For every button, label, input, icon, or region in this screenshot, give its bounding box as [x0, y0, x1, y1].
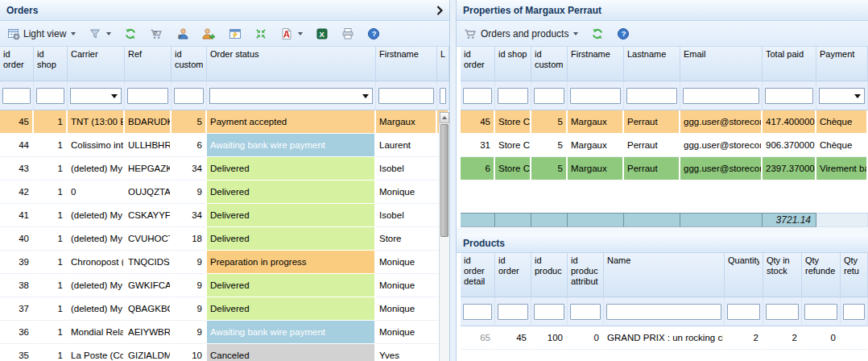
cell-carrier[interactable]: TNT (13:00 E [68, 110, 125, 134]
column-header-name[interactable]: Name [604, 253, 725, 297]
cell-id-order[interactable]: 38 [0, 274, 34, 297]
filter-input-firstname[interactable] [378, 88, 434, 104]
cell-email[interactable]: ggg.user@storecom [680, 157, 763, 180]
cell-email[interactable]: ggg.user@storecom [680, 134, 763, 157]
cell-qty-refunde[interactable]: 0 [802, 326, 841, 350]
cell-id-order[interactable]: 43 [0, 157, 34, 180]
filter-input-id-shop[interactable] [36, 88, 64, 104]
cell-total-paid[interactable]: 906.370000 [763, 134, 816, 157]
cell-firstname[interactable]: Monique [376, 274, 437, 297]
cell-email[interactable]: ggg.user@storecom [680, 110, 763, 134]
filter-input-id-produc[interactable] [534, 304, 564, 320]
cell-id-order[interactable]: 45 [461, 110, 495, 134]
properties-help-button[interactable]: ? [616, 26, 630, 42]
scroll-up-button[interactable] [440, 112, 449, 123]
cell-id-shop[interactable]: 1 [34, 344, 68, 361]
column-header-firstname[interactable]: Firstname [568, 47, 624, 81]
filter-input-id-custom[interactable] [174, 88, 204, 104]
cell-total-paid[interactable]: 417.400000 [763, 110, 816, 134]
table-row[interactable]: 6Store Co5MargauxPerrautggg.user@storeco… [461, 157, 868, 180]
cell-order-status[interactable]: Awaiting bank wire payment [207, 134, 376, 157]
properties-view-selector-button[interactable]: Orders and products [463, 26, 579, 42]
cell-firstname[interactable]: Margaux [568, 134, 624, 157]
properties-refresh-button[interactable] [590, 26, 605, 42]
cell-id-order[interactable]: 6 [461, 157, 495, 180]
column-header-id-shop[interactable]: id shop [34, 47, 68, 81]
table-row[interactable]: 441Colissimo inteULLHBHRET6Awaiting bank… [0, 134, 449, 157]
column-header-carrier[interactable]: Carrier [68, 47, 125, 81]
cell-ref[interactable]: OUJQZTAIR [125, 180, 172, 204]
cell-id-shop[interactable]: 1 [34, 204, 68, 227]
cell-order-status[interactable]: Awaiting bank wire payment [207, 321, 376, 344]
cell-lastname[interactable]: Perraut [624, 110, 680, 134]
table-row[interactable]: 4210OUJQZTAIR9DeliveredMonique [0, 180, 449, 204]
table-row[interactable]: 381(deleted) MyGWKIFCAIC9DeliveredMoniqu… [0, 274, 449, 297]
order-cart-button[interactable]: P [149, 26, 164, 42]
filter-button[interactable] [88, 26, 112, 42]
cell-id-shop[interactable]: Store Co [495, 134, 531, 157]
table-row[interactable]: 65451000GRAND PRIX : un rocking cha220 [461, 326, 868, 350]
filter-input-id-order-detail[interactable] [463, 304, 492, 320]
cell-firstname[interactable]: Isobel [376, 157, 437, 180]
cell-carrier[interactable]: (deleted) My [68, 204, 125, 227]
filter-input-qty-in-stock[interactable] [766, 304, 799, 320]
fit-columns-button[interactable] [254, 26, 268, 42]
table-row[interactable]: 31Store Co5MargauxPerrautggg.user@storec… [461, 134, 868, 157]
column-header-id-order-detail[interactable]: id order detail [461, 253, 495, 297]
pdf-export-button[interactable] [279, 26, 304, 42]
cell-firstname[interactable]: Yves [376, 344, 437, 361]
cell-order-status[interactable]: Canceled [207, 344, 376, 361]
cell-id-order[interactable]: 31 [461, 134, 495, 157]
column-header-lastname[interactable]: Lastname [624, 47, 680, 81]
cell-ref[interactable]: CVUHOCTCB [125, 227, 172, 251]
column-header-id-shop[interactable]: id shop [495, 47, 531, 81]
cell-firstname[interactable]: Monique [376, 251, 437, 274]
cell-id-order[interactable]: 45 [495, 326, 531, 350]
cell-id-custom[interactable]: 9 [172, 180, 207, 204]
cell-carrier[interactable]: 0 [68, 180, 125, 204]
cell-firstname[interactable]: Store [376, 227, 437, 251]
cell-order-status[interactable]: Delivered [207, 297, 376, 321]
cell-id-order[interactable]: 42 [0, 180, 34, 204]
collapse-panel-button[interactable] [436, 6, 443, 15]
cell-id-order[interactable]: 37 [0, 297, 34, 321]
cell-ref[interactable]: GWKIFCAIC [125, 274, 172, 297]
cell-carrier[interactable]: Chronopost (C [68, 251, 125, 274]
cell-id-shop[interactable]: 1 [34, 274, 68, 297]
column-header-firstname[interactable]: Firstname [376, 47, 437, 81]
cell-firstname[interactable]: Margaux [376, 110, 437, 134]
cell-carrier[interactable]: Colissimo inte [68, 134, 125, 157]
cell-id-custom[interactable]: 5 [531, 157, 568, 180]
table-row[interactable]: 401(deleted) MyCVUHOCTCB18DeliveredStore [0, 227, 449, 251]
cell-id-custom[interactable]: 18 [172, 227, 207, 251]
filter-input-qty-refunde[interactable] [804, 304, 837, 320]
cell-quantity[interactable]: 2 [725, 326, 763, 350]
cell-order-status[interactable]: Delivered [207, 227, 376, 251]
cell-id-shop[interactable]: 1 [34, 110, 68, 134]
cell-firstname[interactable]: Monique [376, 180, 437, 204]
cell-ref[interactable]: QBAGKBCJQ [125, 297, 172, 321]
cell-carrier[interactable]: Mondial Relay [68, 321, 125, 344]
cell-ref[interactable]: GIZIALDMJ [125, 344, 172, 361]
cell-ref[interactable]: AEIYWBRND [125, 321, 172, 344]
cell-id-order-detail[interactable]: 65 [461, 326, 495, 350]
cell-carrier[interactable]: (deleted) My [68, 227, 125, 251]
view-selector-button[interactable]: Light view [6, 26, 76, 42]
filter-input-firstname[interactable] [570, 88, 621, 104]
table-row[interactable]: 431(deleted) MyHEPGAZKVR34DeliveredIsobe… [0, 157, 449, 180]
cell-firstname[interactable]: Isobel [376, 204, 437, 227]
column-header-qty-in-stock[interactable]: Qty in stock [763, 253, 802, 297]
column-header-id-order[interactable]: id order [461, 47, 495, 81]
table-row[interactable]: 411(deleted) MyCSKAYYFYI34DeliveredIsobe… [0, 204, 449, 227]
scroll-thumb[interactable] [440, 124, 448, 237]
cell-id-produc[interactable]: 100 [531, 326, 568, 350]
cell-id-shop[interactable]: Store Co [495, 110, 531, 134]
filter-input-name[interactable] [606, 304, 721, 320]
table-row[interactable]: 371(deleted) MyQBAGKBCJQ9DeliveredMoniqu… [0, 297, 449, 321]
filter-input-email[interactable] [683, 88, 759, 104]
cell-id-shop[interactable]: 1 [34, 180, 68, 204]
cell-id-custom[interactable]: 10 [172, 344, 207, 361]
column-header-id-order[interactable]: id order [0, 47, 34, 81]
cell-id-shop[interactable]: 1 [34, 297, 68, 321]
cell-carrier[interactable]: La Poste (Col [68, 344, 125, 361]
